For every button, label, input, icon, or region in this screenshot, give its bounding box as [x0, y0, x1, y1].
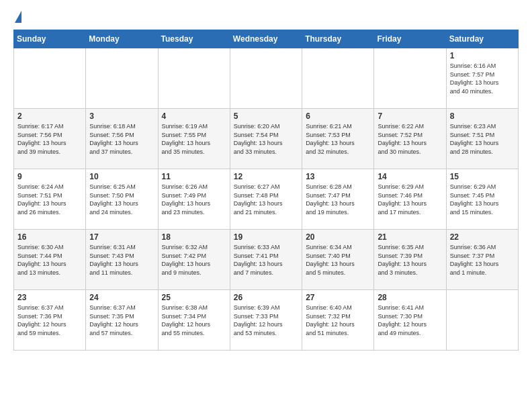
day-detail: Sunrise: 6:28 AM Sunset: 7:47 PM Dayligh…	[306, 183, 370, 216]
day-cell: 23Sunrise: 6:37 AM Sunset: 7:36 PM Dayli…	[14, 290, 86, 351]
day-cell: 15Sunrise: 6:29 AM Sunset: 7:45 PM Dayli…	[446, 169, 518, 230]
day-detail: Sunrise: 6:19 AM Sunset: 7:55 PM Dayligh…	[162, 122, 226, 156]
day-cell: 1Sunrise: 6:16 AM Sunset: 7:57 PM Daylig…	[446, 48, 518, 109]
day-detail: Sunrise: 6:26 AM Sunset: 7:49 PM Dayligh…	[162, 183, 226, 216]
week-row-1: 1Sunrise: 6:16 AM Sunset: 7:57 PM Daylig…	[14, 48, 519, 109]
week-row-3: 9Sunrise: 6:24 AM Sunset: 7:51 PM Daylig…	[14, 169, 519, 230]
day-cell: 9Sunrise: 6:24 AM Sunset: 7:51 PM Daylig…	[14, 169, 86, 230]
day-cell: 6Sunrise: 6:21 AM Sunset: 7:53 PM Daylig…	[302, 109, 374, 169]
page: SundayMondayTuesdayWednesdayThursdayFrid…	[0, 0, 532, 361]
day-cell: 20Sunrise: 6:34 AM Sunset: 7:40 PM Dayli…	[302, 230, 374, 290]
weekday-header-thursday: Thursday	[302, 30, 374, 48]
day-number: 15	[450, 172, 515, 181]
day-cell	[302, 48, 374, 109]
day-detail: Sunrise: 6:40 AM Sunset: 7:32 PM Dayligh…	[306, 304, 370, 337]
day-detail: Sunrise: 6:37 AM Sunset: 7:35 PM Dayligh…	[89, 304, 154, 337]
day-cell: 22Sunrise: 6:36 AM Sunset: 7:37 PM Dayli…	[446, 230, 518, 290]
day-cell: 4Sunrise: 6:19 AM Sunset: 7:55 PM Daylig…	[158, 109, 230, 169]
day-cell: 7Sunrise: 6:22 AM Sunset: 7:52 PM Daylig…	[374, 109, 446, 169]
day-detail: Sunrise: 6:20 AM Sunset: 7:54 PM Dayligh…	[234, 122, 298, 156]
day-detail: Sunrise: 6:25 AM Sunset: 7:50 PM Dayligh…	[89, 183, 154, 216]
day-cell: 2Sunrise: 6:17 AM Sunset: 7:56 PM Daylig…	[14, 109, 86, 169]
day-detail: Sunrise: 6:39 AM Sunset: 7:33 PM Dayligh…	[234, 304, 298, 337]
weekday-header-saturday: Saturday	[446, 30, 518, 48]
week-row-2: 2Sunrise: 6:17 AM Sunset: 7:56 PM Daylig…	[14, 109, 519, 169]
day-detail: Sunrise: 6:34 AM Sunset: 7:40 PM Dayligh…	[306, 243, 370, 277]
weekday-header-friday: Friday	[374, 30, 446, 48]
day-number: 13	[306, 172, 370, 181]
day-number: 28	[378, 293, 442, 302]
day-number: 21	[378, 232, 442, 242]
day-number: 8	[450, 111, 515, 121]
weekday-header-monday: Monday	[86, 30, 158, 48]
day-cell	[446, 290, 518, 351]
day-cell: 14Sunrise: 6:29 AM Sunset: 7:46 PM Dayli…	[374, 169, 446, 230]
day-number: 16	[17, 232, 82, 242]
day-number: 23	[17, 293, 82, 302]
logo-triangle-icon	[15, 11, 21, 23]
header	[13, 11, 519, 24]
day-number: 10	[89, 172, 154, 181]
day-number: 19	[234, 232, 298, 242]
day-detail: Sunrise: 6:21 AM Sunset: 7:53 PM Dayligh…	[306, 122, 370, 156]
day-cell	[86, 48, 158, 109]
day-cell: 17Sunrise: 6:31 AM Sunset: 7:43 PM Dayli…	[86, 230, 158, 290]
day-number: 3	[89, 111, 154, 121]
day-detail: Sunrise: 6:16 AM Sunset: 7:57 PM Dayligh…	[450, 62, 515, 95]
day-number: 9	[17, 172, 82, 181]
day-cell: 28Sunrise: 6:41 AM Sunset: 7:30 PM Dayli…	[374, 290, 446, 351]
day-detail: Sunrise: 6:27 AM Sunset: 7:48 PM Dayligh…	[234, 183, 298, 216]
day-number: 7	[378, 111, 442, 121]
day-detail: Sunrise: 6:17 AM Sunset: 7:56 PM Dayligh…	[17, 122, 82, 156]
day-detail: Sunrise: 6:32 AM Sunset: 7:42 PM Dayligh…	[162, 243, 226, 277]
day-cell: 21Sunrise: 6:35 AM Sunset: 7:39 PM Dayli…	[374, 230, 446, 290]
day-detail: Sunrise: 6:18 AM Sunset: 7:56 PM Dayligh…	[89, 122, 154, 156]
day-cell: 11Sunrise: 6:26 AM Sunset: 7:49 PM Dayli…	[158, 169, 230, 230]
day-number: 5	[234, 111, 298, 121]
day-cell: 27Sunrise: 6:40 AM Sunset: 7:32 PM Dayli…	[302, 290, 374, 351]
day-detail: Sunrise: 6:35 AM Sunset: 7:39 PM Dayligh…	[378, 243, 442, 277]
day-number: 27	[306, 293, 370, 302]
day-cell: 18Sunrise: 6:32 AM Sunset: 7:42 PM Dayli…	[158, 230, 230, 290]
day-detail: Sunrise: 6:37 AM Sunset: 7:36 PM Dayligh…	[17, 304, 82, 337]
day-detail: Sunrise: 6:29 AM Sunset: 7:46 PM Dayligh…	[378, 183, 442, 216]
day-cell: 5Sunrise: 6:20 AM Sunset: 7:54 PM Daylig…	[230, 109, 302, 169]
day-number: 2	[17, 111, 82, 121]
week-row-4: 16Sunrise: 6:30 AM Sunset: 7:44 PM Dayli…	[14, 230, 519, 290]
day-detail: Sunrise: 6:23 AM Sunset: 7:51 PM Dayligh…	[450, 122, 515, 156]
day-cell: 13Sunrise: 6:28 AM Sunset: 7:47 PM Dayli…	[302, 169, 374, 230]
logo	[13, 11, 21, 24]
day-number: 4	[162, 111, 226, 121]
weekday-header-wednesday: Wednesday	[230, 30, 302, 48]
day-number: 25	[162, 293, 226, 302]
day-number: 1	[450, 51, 515, 60]
day-number: 6	[306, 111, 370, 121]
day-cell: 10Sunrise: 6:25 AM Sunset: 7:50 PM Dayli…	[86, 169, 158, 230]
day-number: 14	[378, 172, 442, 181]
day-cell: 12Sunrise: 6:27 AM Sunset: 7:48 PM Dayli…	[230, 169, 302, 230]
weekday-header-sunday: Sunday	[14, 30, 86, 48]
day-number: 12	[234, 172, 298, 181]
day-detail: Sunrise: 6:30 AM Sunset: 7:44 PM Dayligh…	[17, 243, 82, 277]
week-row-5: 23Sunrise: 6:37 AM Sunset: 7:36 PM Dayli…	[14, 290, 519, 351]
day-cell: 8Sunrise: 6:23 AM Sunset: 7:51 PM Daylig…	[446, 109, 518, 169]
day-detail: Sunrise: 6:24 AM Sunset: 7:51 PM Dayligh…	[17, 183, 82, 216]
day-cell: 25Sunrise: 6:38 AM Sunset: 7:34 PM Dayli…	[158, 290, 230, 351]
day-cell	[230, 48, 302, 109]
day-detail: Sunrise: 6:38 AM Sunset: 7:34 PM Dayligh…	[162, 304, 226, 337]
day-cell: 16Sunrise: 6:30 AM Sunset: 7:44 PM Dayli…	[14, 230, 86, 290]
day-cell: 24Sunrise: 6:37 AM Sunset: 7:35 PM Dayli…	[86, 290, 158, 351]
day-number: 22	[450, 232, 515, 242]
day-cell: 26Sunrise: 6:39 AM Sunset: 7:33 PM Dayli…	[230, 290, 302, 351]
day-number: 26	[234, 293, 298, 302]
day-cell	[14, 48, 86, 109]
day-detail: Sunrise: 6:33 AM Sunset: 7:41 PM Dayligh…	[234, 243, 298, 277]
day-detail: Sunrise: 6:41 AM Sunset: 7:30 PM Dayligh…	[378, 304, 442, 337]
day-detail: Sunrise: 6:22 AM Sunset: 7:52 PM Dayligh…	[378, 122, 442, 156]
day-number: 11	[162, 172, 226, 181]
day-number: 18	[162, 232, 226, 242]
day-detail: Sunrise: 6:31 AM Sunset: 7:43 PM Dayligh…	[89, 243, 154, 277]
day-number: 20	[306, 232, 370, 242]
day-number: 17	[89, 232, 154, 242]
calendar-table: SundayMondayTuesdayWednesdayThursdayFrid…	[13, 30, 519, 351]
